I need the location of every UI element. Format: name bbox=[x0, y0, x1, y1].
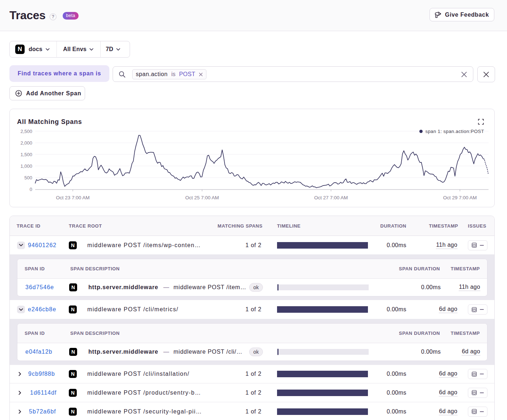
svg-text:1,500: 1,500 bbox=[20, 152, 32, 157]
svg-text:1,000: 1,000 bbox=[20, 163, 32, 169]
svg-text:Oct 25 7:00 AM: Oct 25 7:00 AM bbox=[185, 195, 219, 200]
svg-text:Oct 27 7:00 AM: Oct 27 7:00 AM bbox=[314, 195, 348, 200]
svg-text:2,500: 2,500 bbox=[20, 129, 32, 134]
svg-text:Oct 29 7:00 AM: Oct 29 7:00 AM bbox=[443, 195, 477, 200]
svg-text:0: 0 bbox=[30, 187, 32, 192]
svg-text:2,000: 2,000 bbox=[20, 140, 32, 146]
svg-text:500: 500 bbox=[24, 175, 32, 180]
svg-text:Oct 23 7:00 AM: Oct 23 7:00 AM bbox=[56, 195, 89, 200]
